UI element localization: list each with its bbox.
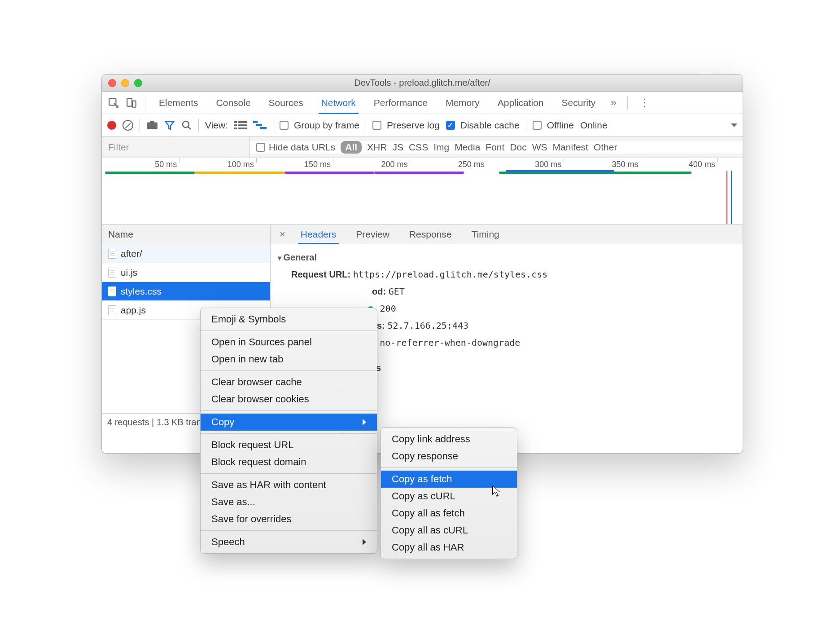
filter-bar: Hide data URLs All XHR JS CSS Img Media … — [102, 137, 743, 158]
type-filter-css[interactable]: CSS — [409, 142, 428, 153]
menu-item-block-domain[interactable]: Block request domain — [201, 454, 377, 471]
settings-menu-icon[interactable]: ⋯ — [632, 97, 657, 109]
menu-item-save-as[interactable]: Save as... — [201, 494, 377, 511]
detail-tab-headers[interactable]: Headers — [291, 225, 346, 244]
inspect-element-icon[interactable] — [105, 94, 122, 112]
menu-item-copy[interactable]: Copy — [201, 414, 377, 431]
waterfall-icon[interactable] — [253, 121, 267, 130]
request-name: after/ — [121, 248, 142, 259]
request-name: styles.css — [121, 286, 162, 297]
devtools-window: DevTools - preload.glitch.me/after/ Elem… — [101, 74, 743, 454]
tab-elements[interactable]: Elements — [150, 92, 207, 114]
screenshot-icon[interactable] — [146, 121, 158, 130]
svg-rect-6 — [234, 121, 237, 123]
svg-rect-11 — [238, 128, 247, 129]
detail-tab-timing[interactable]: Timing — [462, 225, 509, 244]
type-filter-other[interactable]: Other — [594, 142, 617, 153]
menu-item-save-har[interactable]: Save as HAR with content — [201, 476, 377, 494]
tick: 200 ms — [381, 160, 409, 169]
type-filter-manifest[interactable]: Manifest — [553, 142, 588, 153]
submenu-item-copy-link[interactable]: Copy link address — [381, 431, 517, 448]
request-name: app.js — [121, 305, 146, 316]
clear-icon[interactable] — [122, 120, 133, 131]
titlebar: DevTools - preload.glitch.me/after/ — [102, 75, 743, 92]
tabs-overflow-icon[interactable]: » — [604, 97, 622, 109]
tab-console[interactable]: Console — [207, 92, 260, 114]
value-remote: 52.7.166.25:443 — [387, 320, 468, 331]
column-header-name[interactable]: Name — [102, 225, 270, 244]
network-toolbar: View: Group by frame Preserve log ✓Disab… — [102, 114, 743, 137]
hide-data-urls-checkbox[interactable]: Hide data URLs — [256, 142, 335, 153]
svg-rect-9 — [238, 124, 247, 126]
zoom-window-icon[interactable] — [134, 79, 142, 87]
tab-network[interactable]: Network — [312, 92, 365, 114]
type-filter-font[interactable]: Font — [486, 142, 504, 153]
search-icon[interactable] — [181, 120, 192, 131]
menu-item-emoji[interactable]: Emoji & Symbols — [201, 311, 377, 328]
throttle-dropdown-icon[interactable] — [731, 123, 737, 127]
throttle-label[interactable]: Online — [580, 120, 608, 131]
submenu-item-copy-all-fetch[interactable]: Copy all as fetch — [381, 505, 517, 522]
file-icon — [108, 286, 116, 296]
tick: 300 ms — [535, 160, 563, 169]
tab-memory[interactable]: Memory — [437, 92, 489, 114]
tab-application[interactable]: Application — [489, 92, 553, 114]
type-filter-doc[interactable]: Doc — [510, 142, 526, 153]
timeline-overview[interactable]: 50 ms 100 ms 150 ms 200 ms 250 ms 300 ms… — [102, 158, 743, 225]
tick: 50 ms — [155, 160, 179, 169]
request-row[interactable]: after/ — [102, 244, 270, 263]
svg-rect-3 — [147, 122, 158, 129]
menu-item-open-sources[interactable]: Open in Sources panel — [201, 334, 377, 351]
filter-input[interactable] — [102, 137, 250, 158]
tab-performance[interactable]: Performance — [365, 92, 437, 114]
menu-item-clear-cache[interactable]: Clear browser cache — [201, 374, 377, 391]
minimize-window-icon[interactable] — [121, 79, 129, 87]
file-icon — [108, 268, 116, 278]
section-general[interactable]: General — [278, 249, 735, 266]
menu-item-speech[interactable]: Speech — [201, 533, 377, 551]
close-window-icon[interactable] — [108, 79, 116, 87]
value-referrer: no-referrer-when-downgrade — [380, 337, 520, 348]
request-row[interactable]: ui.js — [102, 263, 270, 282]
menu-item-block-url[interactable]: Block request URL — [201, 436, 377, 454]
window-controls[interactable] — [108, 79, 142, 87]
detail-tabs: × Headers Preview Response Timing — [271, 225, 743, 244]
type-filter-js[interactable]: JS — [392, 142, 403, 153]
submenu-arrow-icon — [363, 539, 366, 545]
request-row[interactable]: styles.css — [102, 282, 270, 301]
submenu-item-copy-response[interactable]: Copy response — [381, 448, 517, 465]
tab-sources[interactable]: Sources — [260, 92, 312, 114]
svg-rect-14 — [260, 127, 267, 129]
svg-rect-8 — [234, 124, 237, 126]
label-request-url: Request URL: — [291, 269, 350, 279]
request-name: ui.js — [121, 267, 137, 278]
menu-item-open-new-tab[interactable]: Open in new tab — [201, 351, 377, 368]
group-by-frame-checkbox[interactable]: Group by frame — [280, 120, 359, 131]
submenu-item-copy-all-curl[interactable]: Copy all as cURL — [381, 522, 517, 539]
menu-item-clear-cookies[interactable]: Clear browser cookies — [201, 391, 377, 408]
svg-point-5 — [183, 121, 189, 128]
detail-tab-response[interactable]: Response — [399, 225, 462, 244]
disable-cache-checkbox[interactable]: ✓Disable cache — [446, 120, 520, 131]
type-filter-xhr[interactable]: XHR — [367, 142, 387, 153]
device-toolbar-icon[interactable] — [122, 94, 140, 112]
svg-rect-12 — [253, 121, 258, 123]
file-icon — [108, 305, 116, 315]
type-filter-all[interactable]: All — [341, 141, 362, 154]
context-menu[interactable]: Emoji & Symbols Open in Sources panel Op… — [200, 308, 377, 554]
type-filter-media[interactable]: Media — [455, 142, 480, 153]
svg-rect-13 — [256, 124, 262, 126]
menu-item-save-overrides[interactable]: Save for overrides — [201, 511, 377, 528]
offline-checkbox[interactable]: Offline — [533, 120, 574, 131]
tick: 100 ms — [228, 160, 256, 169]
filter-icon[interactable] — [164, 120, 175, 131]
detail-tab-preview[interactable]: Preview — [346, 225, 399, 244]
type-filter-img[interactable]: Img — [433, 142, 449, 153]
close-detail-icon[interactable]: × — [274, 229, 291, 240]
type-filter-ws[interactable]: WS — [532, 142, 547, 153]
record-button[interactable] — [107, 121, 116, 130]
large-rows-icon[interactable] — [234, 120, 247, 130]
submenu-item-copy-all-har[interactable]: Copy all as HAR — [381, 539, 517, 556]
tab-security[interactable]: Security — [552, 92, 604, 114]
preserve-log-checkbox[interactable]: Preserve log — [372, 120, 440, 131]
